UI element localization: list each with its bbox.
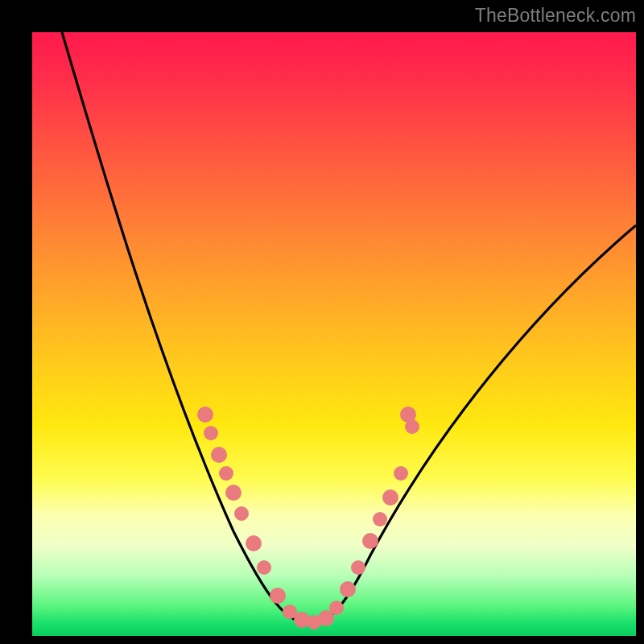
svg-point-13 (329, 601, 344, 615)
svg-point-6 (246, 535, 262, 551)
svg-point-8 (270, 588, 286, 604)
chart-frame: TheBottleneck.com (0, 0, 644, 644)
svg-point-3 (219, 466, 233, 481)
plot-area (32, 32, 636, 636)
marker-group (197, 407, 419, 630)
svg-point-1 (204, 426, 218, 440)
svg-point-5 (234, 506, 249, 521)
svg-point-7 (257, 560, 271, 575)
svg-point-4 (225, 485, 242, 501)
svg-point-15 (351, 560, 365, 575)
watermark-text: TheBottleneck.com (475, 5, 636, 27)
svg-point-16 (362, 533, 378, 549)
svg-point-19 (394, 466, 408, 481)
svg-point-21 (405, 419, 419, 434)
svg-point-18 (382, 489, 398, 506)
svg-point-2 (211, 447, 227, 463)
svg-point-14 (340, 581, 356, 597)
svg-point-17 (373, 512, 387, 526)
svg-point-0 (197, 407, 213, 423)
chart-svg (32, 32, 636, 636)
bottleneck-curve (62, 32, 636, 624)
